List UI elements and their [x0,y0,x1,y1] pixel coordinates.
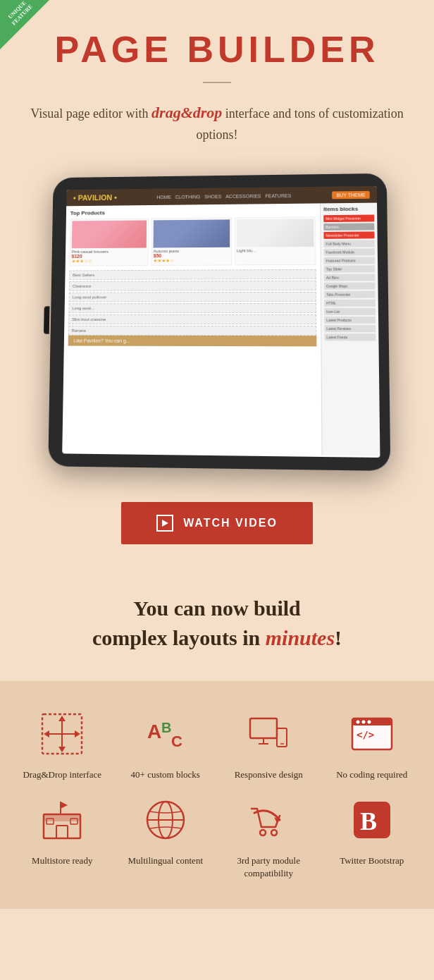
feature-multilingual: Multilingual content [118,795,214,880]
row-item-5: Slim trout crassine [68,314,316,324]
screen-body: Top Products Pink casual trousers $120 ★… [62,203,380,456]
sidebar-item-5: Facebook Module [324,248,375,255]
sidebar-item-6: Featured Products [324,257,375,264]
bootstrap-icon: B [347,795,397,845]
row-item-3: Long wool pullover [69,292,316,302]
feature-drag-drop: Drag&Drop interface [14,709,111,781]
top-products-title: Top Products [70,207,316,216]
svg-point-37 [271,830,277,835]
build-highlight: minutes [266,626,335,649]
svg-text:B: B [161,720,171,735]
page-title: PAGE BUILDER [14,28,420,71]
row-item-2: Clearance [69,281,316,291]
sidebar-item-9: Google Maps [324,282,376,289]
svg-marker-31 [61,802,68,809]
no-code-icon: </> [347,709,397,759]
video-icon [156,515,173,532]
feature-responsive-label: Responsive design [235,768,303,781]
sidebar-item-10: Tabs Presenter [324,291,376,298]
svg-point-22 [367,720,371,723]
sidebar-item-14: Latest Reviews [324,325,376,332]
svg-text:C: C [171,733,182,750]
sidebar-item-1: Mini Widget Presenter [323,214,374,222]
sidebar-item-12: Icon List [324,308,376,315]
features-grid: Drag&Drop interface A B C 40+ custom blo… [14,709,420,881]
svg-rect-25 [44,814,80,821]
feature-responsive: Responsive design [221,709,317,781]
multilingual-icon [141,795,190,845]
feature-multistore: Multistore ready [14,795,111,880]
multistore-icon [37,795,87,845]
feature-blocks-label: 40+ custom blocks [131,768,200,781]
svg-marker-7 [44,730,49,737]
svg-point-20 [356,720,359,723]
video-section: WATCH VIDEO [0,488,434,572]
screen-buy-btn: BUY THEME [332,190,369,198]
row-item-1: Best Sellers [69,269,316,280]
drag-drop-icon [37,709,87,759]
svg-rect-12 [250,718,277,738]
subtitle-highlight: drag&drop [151,104,222,121]
svg-point-36 [260,830,266,835]
product-card-3: Light blu... [235,216,316,265]
screen-sidebar: Items blocks Mini Widget Presenter Banne… [320,203,380,456]
sidebar-item-2: Banners [323,223,374,231]
row-item-4: Long wool... [68,303,316,313]
sidebar-title: Items blocks [323,206,374,213]
row-item-6: Banana [68,326,316,336]
feature-multistore-label: Multistore ready [32,855,92,867]
sidebar-item-11: HTML [324,300,376,307]
subtitle: Visual page editor with drag&drop interf… [14,100,420,145]
module-icon [244,795,293,845]
feature-drag-drop-label: Drag&Drop interface [23,768,101,781]
sidebar-item-4: Full Body Menu [323,240,374,247]
product-card-2: Autumn jeans $50 ★★★★☆ [151,217,232,266]
watch-video-label: WATCH VIDEO [183,517,278,529]
tablet-screen: • PAVILION • HOME CLOTHING SHOES ACCESSO… [62,186,380,458]
screen-row-items: Best Sellers Clearance Long wool pullove… [68,269,316,336]
product-img-1 [72,220,147,248]
feature-module: 3rd party module compatibility [221,795,317,880]
svg-text:B: B [360,807,377,835]
watch-video-button[interactable]: WATCH VIDEO [121,502,313,544]
svg-point-21 [361,720,365,723]
subtitle-after: interface and tons of customization opti… [196,106,403,142]
tablet-home-button [44,306,49,333]
subtitle-before: Visual page editor with [30,106,151,121]
build-line2-end: ! [335,626,342,649]
build-section: You can now build complex layouts in min… [0,572,434,681]
product-img-3 [237,219,314,247]
feature-module-label: 3rd party module compatibility [221,855,317,880]
feature-bootstrap-label: Twitter Bootstrap [340,855,404,867]
build-line1: You can now build [133,596,301,620]
divider [203,82,231,83]
product-card-1: Pink casual trousers $120 ★★★☆☆ [70,219,149,267]
build-line2: complex layouts in [92,626,266,649]
feature-no-code: </> No coding required [324,709,421,781]
svg-rect-27 [56,826,68,838]
tablet-section: • PAVILION • HOME CLOTHING SHOES ACCESSO… [0,159,434,488]
screen-products: Pink casual trousers $120 ★★★☆☆ Autumn j… [70,216,316,266]
product-img-2 [154,219,230,247]
feature-multilingual-label: Multilingual content [128,855,203,867]
sidebar-item-8: Ad Bars [324,274,375,281]
feature-blocks: A B C 40+ custom blocks [118,709,214,781]
sidebar-item-13: Latest Products [324,317,376,324]
svg-marker-5 [58,716,66,721]
screen-main: Top Products Pink casual trousers $120 ★… [62,203,321,455]
feature-no-code-label: No coding required [336,768,407,781]
build-title: You can now build complex layouts in min… [28,594,406,653]
blocks-icon: A B C [141,709,190,759]
header-section: PAGE BUILDER Visual page editor with dra… [0,0,434,159]
screen-nav-links: HOME CLOTHING SHOES ACCESSORIES FEATURES [156,193,291,200]
screen-logo: • PAVILION • [73,193,117,202]
features-section: Drag&Drop interface A B C 40+ custom blo… [0,681,434,909]
feature-bootstrap: B Twitter Bootstrap [324,795,421,880]
tablet-mockup: • PAVILION • HOME CLOTHING SHOES ACCESSO… [48,173,390,471]
svg-marker-6 [58,747,66,752]
svg-marker-8 [75,730,80,737]
screen-bottom-bar: Like Pavilion? You can g... [68,336,317,347]
svg-marker-1 [162,520,168,527]
responsive-icon [244,709,293,759]
sidebar-item-3: Newsletter Presenter [323,231,374,239]
